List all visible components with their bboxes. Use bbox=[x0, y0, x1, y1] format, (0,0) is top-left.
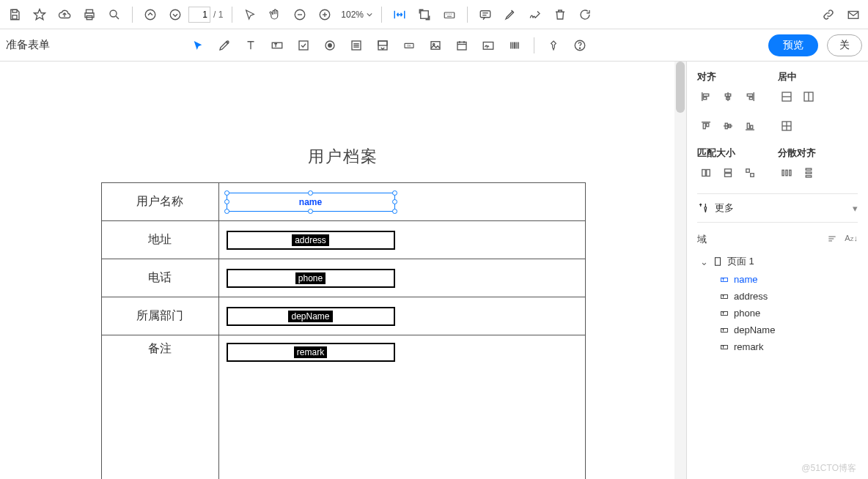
tree-field-label: address bbox=[734, 291, 768, 302]
svg-rect-20 bbox=[848, 11, 858, 18]
page-number-input[interactable] bbox=[188, 7, 210, 23]
distribute-h-icon[interactable] bbox=[778, 164, 795, 182]
more-options[interactable]: 更多 ▾ bbox=[697, 193, 858, 223]
align-right-icon[interactable] bbox=[741, 88, 759, 105]
align-bottom-icon[interactable] bbox=[741, 117, 759, 135]
text-field-icon[interactable] bbox=[265, 34, 289, 57]
tree-field-address[interactable]: address bbox=[697, 288, 858, 305]
resize-handle[interactable] bbox=[308, 190, 313, 196]
svg-rect-77 bbox=[725, 174, 732, 177]
resize-handle[interactable] bbox=[308, 209, 313, 214]
align-top-icon[interactable] bbox=[697, 117, 715, 135]
form-field-depName[interactable]: depName bbox=[227, 307, 395, 326]
print-icon[interactable] bbox=[78, 3, 101, 26]
resize-handle[interactable] bbox=[224, 190, 229, 196]
link-icon[interactable] bbox=[817, 3, 840, 26]
help-icon[interactable] bbox=[568, 34, 592, 57]
resize-handle[interactable] bbox=[392, 190, 397, 196]
svg-rect-15 bbox=[421, 10, 429, 18]
zoom-select[interactable]: 102% bbox=[338, 6, 375, 23]
sort-icon[interactable] bbox=[827, 234, 837, 246]
resize-handle[interactable] bbox=[224, 209, 229, 214]
trash-icon[interactable] bbox=[548, 3, 572, 26]
barcode-icon[interactable] bbox=[503, 34, 526, 57]
cloud-upload-icon[interactable] bbox=[53, 3, 76, 26]
reload-icon[interactable] bbox=[573, 3, 597, 26]
hand-icon[interactable] bbox=[263, 3, 287, 26]
date-field-icon[interactable] bbox=[450, 34, 474, 57]
form-row: 所属部门depName bbox=[101, 297, 585, 335]
tree-field-remark[interactable]: remark bbox=[697, 338, 858, 355]
zoom-out-icon[interactable] bbox=[288, 3, 312, 26]
resize-handle[interactable] bbox=[392, 209, 397, 214]
tree-field-phone[interactable]: phone bbox=[697, 305, 858, 322]
align-left-icon[interactable] bbox=[697, 88, 715, 105]
highlight-icon[interactable] bbox=[499, 3, 522, 26]
mail-icon[interactable] bbox=[842, 3, 865, 26]
page-up-icon[interactable] bbox=[139, 3, 162, 26]
pin-icon[interactable] bbox=[542, 34, 565, 57]
resize-handle[interactable] bbox=[224, 199, 229, 204]
form-field-name[interactable]: name bbox=[227, 193, 395, 212]
align-middle-icon[interactable] bbox=[719, 117, 737, 135]
radio-icon[interactable] bbox=[318, 34, 342, 57]
form-field-phone[interactable]: phone bbox=[227, 269, 395, 288]
star-icon[interactable] bbox=[28, 3, 51, 26]
center-h-icon[interactable] bbox=[778, 88, 795, 105]
svg-line-7 bbox=[116, 16, 119, 19]
separator bbox=[467, 7, 468, 23]
checkbox-icon[interactable] bbox=[292, 34, 315, 57]
scrollbar-thumb[interactable] bbox=[676, 62, 685, 113]
svg-point-10 bbox=[295, 10, 306, 20]
form-row-value-cell: remark bbox=[218, 335, 585, 480]
align-center-h-icon[interactable] bbox=[719, 88, 737, 105]
list-box-icon[interactable] bbox=[345, 34, 368, 57]
save-icon[interactable] bbox=[3, 3, 26, 26]
keyboard-icon[interactable] bbox=[438, 3, 461, 26]
comment-icon[interactable] bbox=[474, 3, 497, 26]
page-down-icon[interactable] bbox=[163, 3, 187, 26]
field-tag: remark bbox=[294, 346, 327, 358]
svg-rect-32 bbox=[405, 43, 413, 48]
preview-button[interactable]: 预览 bbox=[768, 34, 818, 56]
center-v-icon[interactable] bbox=[800, 88, 817, 105]
svg-rect-78 bbox=[746, 169, 750, 173]
fit-width-icon[interactable] bbox=[388, 3, 411, 26]
signature-field-icon[interactable] bbox=[477, 34, 500, 57]
select-tool-icon[interactable] bbox=[186, 34, 210, 57]
form-row-value-cell: name bbox=[218, 183, 585, 221]
tree-field-depName[interactable]: depName bbox=[697, 322, 858, 338]
tree-field-name[interactable]: name bbox=[697, 271, 858, 288]
svg-rect-60 bbox=[804, 92, 813, 101]
match-height-icon[interactable] bbox=[719, 164, 737, 182]
pointer-icon[interactable] bbox=[238, 3, 262, 26]
fit-page-icon[interactable] bbox=[413, 3, 436, 26]
separator bbox=[534, 37, 534, 53]
center-both-icon[interactable] bbox=[778, 117, 795, 135]
distribute-v-icon[interactable] bbox=[800, 164, 817, 182]
form-field-remark[interactable]: remark bbox=[227, 343, 395, 362]
zoom-in-icon[interactable] bbox=[313, 3, 336, 26]
button-field-icon[interactable]: OK bbox=[397, 34, 421, 57]
svg-point-25 bbox=[328, 43, 332, 47]
form-row-value-cell: phone bbox=[218, 259, 585, 297]
collapse-panel-icon[interactable]: ▸ bbox=[686, 281, 687, 311]
sort-az-icon[interactable]: AZ↓ bbox=[845, 234, 858, 246]
document-canvas[interactable]: 用户档案 用户名称name地址address电话phone所属部门depName… bbox=[0, 62, 686, 479]
vertical-scrollbar[interactable] bbox=[674, 62, 686, 479]
form-field-address[interactable]: address bbox=[227, 231, 395, 250]
dropdown-icon[interactable] bbox=[371, 34, 394, 57]
text-tool-icon[interactable] bbox=[239, 34, 262, 57]
match-width-icon[interactable] bbox=[697, 164, 715, 182]
tree-page-node[interactable]: ⌄页面 1 bbox=[697, 252, 858, 271]
text-field-icon bbox=[719, 343, 729, 352]
edit-tool-icon[interactable] bbox=[213, 34, 236, 57]
sign-icon[interactable] bbox=[523, 3, 547, 26]
image-field-icon[interactable] bbox=[424, 34, 447, 57]
resize-handle[interactable] bbox=[392, 199, 397, 204]
svg-rect-31 bbox=[378, 41, 387, 45]
match-both-icon[interactable] bbox=[741, 164, 759, 182]
search-icon[interactable] bbox=[103, 3, 126, 26]
close-button[interactable]: 关 bbox=[827, 34, 862, 56]
svg-rect-82 bbox=[789, 170, 790, 176]
